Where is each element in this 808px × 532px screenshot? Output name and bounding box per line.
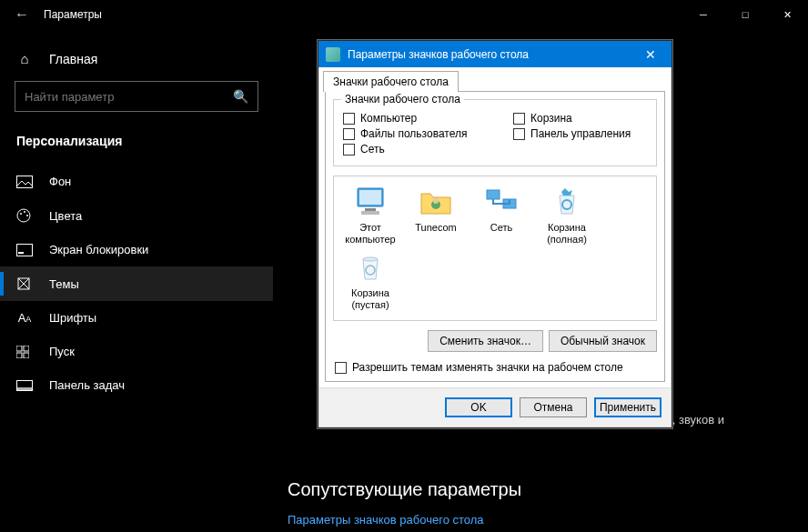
cancel-button[interactable]: Отмена bbox=[520, 397, 587, 417]
palette-icon bbox=[16, 208, 33, 223]
start-icon bbox=[16, 346, 33, 358]
checkbox-computer[interactable]: Компьютер bbox=[343, 112, 477, 125]
svg-rect-13 bbox=[17, 387, 33, 391]
icons-groupbox: Значки рабочего стола Компьютер Корзина … bbox=[333, 99, 657, 166]
checkbox-recyclebin[interactable]: Корзина bbox=[513, 112, 647, 125]
svg-rect-16 bbox=[365, 208, 376, 211]
svg-rect-15 bbox=[359, 190, 381, 205]
close-button[interactable]: ✕ bbox=[766, 0, 808, 29]
sidebar: ⌂ Главная 🔍 Персонализация Фон Цвета bbox=[0, 29, 273, 532]
icon-preview-well[interactable]: Этот компьютер Tunecom Сеть bbox=[333, 176, 657, 321]
change-icon-button[interactable]: Сменить значок… bbox=[428, 330, 543, 352]
sidebar-item-background[interactable]: Фон bbox=[0, 165, 273, 198]
fonts-icon: AA bbox=[16, 311, 33, 325]
related-link[interactable]: Параметры значков рабочего стола bbox=[288, 513, 521, 527]
sidebar-item-start[interactable]: Пуск bbox=[0, 335, 273, 368]
back-button[interactable]: ← bbox=[9, 6, 35, 23]
minimize-button[interactable]: ─ bbox=[682, 0, 724, 29]
dialog-footer: OK Отмена Применить bbox=[319, 387, 671, 427]
sidebar-item-label: Экран блокировки bbox=[49, 243, 148, 256]
sidebar-home[interactable]: ⌂ Главная bbox=[0, 42, 273, 75]
section-title: Персонализация bbox=[0, 126, 273, 165]
sidebar-item-fonts[interactable]: AA Шрифты bbox=[0, 301, 273, 335]
sidebar-item-colors[interactable]: Цвета bbox=[0, 198, 273, 233]
dialog-close-button[interactable]: ✕ bbox=[637, 47, 664, 62]
icon-recycle-empty[interactable]: Корзина (пустая) bbox=[339, 251, 401, 311]
icon-tunecom[interactable]: Tunecom bbox=[405, 186, 467, 246]
svg-rect-9 bbox=[24, 346, 29, 351]
themes-icon bbox=[16, 276, 33, 291]
default-icon-button[interactable]: Обычный значок bbox=[549, 330, 657, 352]
svg-point-4 bbox=[26, 215, 28, 216]
dialog-titlebar[interactable]: Параметры значков рабочего стола ✕ bbox=[318, 41, 672, 67]
ok-button[interactable]: OK bbox=[445, 397, 512, 417]
sidebar-item-label: Шрифты bbox=[49, 311, 96, 325]
window-title: Параметры bbox=[44, 8, 102, 21]
group-legend: Значки рабочего стола bbox=[341, 93, 464, 105]
svg-point-3 bbox=[24, 211, 25, 213]
taskbar-icon bbox=[16, 380, 33, 391]
svg-rect-17 bbox=[361, 211, 379, 215]
svg-rect-8 bbox=[16, 346, 22, 351]
allow-themes-checkbox[interactable]: Разрешить темам изменять значки на рабоч… bbox=[335, 361, 657, 374]
sidebar-item-label: Пуск bbox=[49, 345, 75, 358]
sidebar-item-label: Цвета bbox=[49, 209, 82, 223]
network-icon bbox=[483, 186, 520, 218]
sidebar-item-label: Фон bbox=[49, 175, 71, 188]
svg-rect-20 bbox=[487, 190, 500, 199]
svg-rect-11 bbox=[24, 353, 29, 358]
checkbox-userfiles[interactable]: Файлы пользователя bbox=[343, 127, 477, 140]
desktop-icons-dialog: Параметры значков рабочего стола ✕ Значк… bbox=[318, 40, 672, 428]
svg-rect-6 bbox=[18, 252, 24, 254]
search-box[interactable]: 🔍 bbox=[15, 81, 258, 112]
picture-icon bbox=[16, 176, 33, 188]
maximize-button[interactable]: □ bbox=[724, 0, 766, 29]
titlebar: ← Параметры ─ □ ✕ bbox=[0, 0, 808, 29]
computer-icon bbox=[352, 186, 389, 218]
sidebar-item-lockscreen[interactable]: Экран блокировки bbox=[0, 233, 273, 266]
apply-button[interactable]: Применить bbox=[594, 397, 662, 417]
home-icon: ⌂ bbox=[16, 51, 33, 66]
svg-point-19 bbox=[433, 198, 439, 204]
sidebar-home-label: Главная bbox=[49, 52, 97, 66]
checkbox-controlpanel[interactable]: Панель управления bbox=[513, 127, 647, 140]
tab-strip: Значки рабочего стола bbox=[319, 67, 671, 91]
recyclebin-full-icon bbox=[549, 186, 585, 218]
sidebar-item-label: Темы bbox=[49, 277, 79, 291]
sidebar-item-taskbar[interactable]: Панель задач bbox=[0, 368, 273, 402]
svg-rect-0 bbox=[17, 176, 33, 187]
icon-network[interactable]: Сеть bbox=[470, 186, 532, 246]
svg-rect-10 bbox=[16, 353, 22, 358]
dialog-title: Параметры значков рабочего стола bbox=[348, 48, 529, 61]
checkbox-network[interactable]: Сеть bbox=[343, 143, 480, 156]
icon-recycle-full[interactable]: Корзина (полная) bbox=[536, 186, 598, 246]
user-folder-icon bbox=[418, 186, 454, 218]
dialog-icon bbox=[326, 47, 340, 62]
sidebar-item-themes[interactable]: Темы bbox=[0, 266, 273, 301]
sidebar-item-label: Панель задач bbox=[49, 378, 125, 392]
icon-this-pc[interactable]: Этот компьютер bbox=[339, 186, 401, 246]
svg-rect-5 bbox=[17, 244, 33, 256]
recyclebin-empty-icon bbox=[352, 251, 389, 284]
tab-desktop-icons[interactable]: Значки рабочего стола bbox=[323, 71, 459, 92]
lockscreen-icon bbox=[16, 244, 33, 256]
svg-point-2 bbox=[20, 213, 22, 215]
search-input[interactable] bbox=[25, 90, 233, 104]
svg-point-23 bbox=[363, 257, 378, 261]
search-icon: 🔍 bbox=[233, 89, 248, 104]
related-title: Сопутствующие параметры bbox=[288, 479, 521, 500]
